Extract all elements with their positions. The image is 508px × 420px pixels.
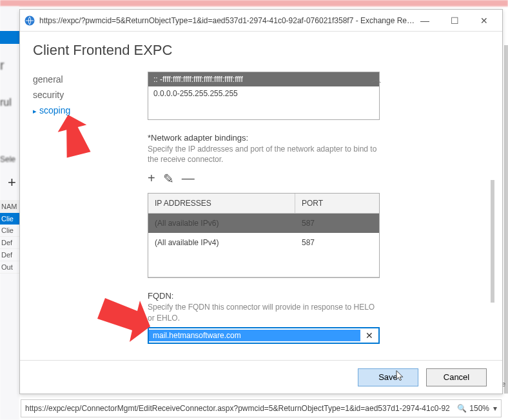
callout-arrow-nav: [50, 114, 102, 159]
list-item[interactable]: :: -ffff:ffff:ffff:ffff:ffff:ffff:ffff:f…: [148, 72, 379, 86]
cell-ip: (All available IPv6): [148, 214, 295, 233]
svg-marker-2: [97, 298, 150, 342]
titlebar: https://expc/?pwmcid=5&ReturnObjectType=…: [20, 10, 502, 32]
cell-ip: (All available IPv4): [148, 233, 295, 252]
bg-sele: Sele: [0, 155, 15, 164]
cancel-button[interactable]: Cancel: [426, 368, 487, 386]
status-url: https://expc/ecp/ConnectorMgmt/EditRecei…: [25, 404, 454, 413]
cursor-icon: [395, 370, 406, 384]
zoom-icon[interactable]: 🔍: [457, 404, 467, 413]
zoom-dropdown-icon[interactable]: ▾: [493, 404, 497, 413]
remove-icon[interactable]: —: [182, 171, 195, 186]
bindings-table: IP ADDRESSES PORT (All available IPv6) 5…: [148, 193, 380, 278]
svg-marker-1: [54, 114, 93, 158]
bg-rul: rul: [0, 97, 12, 108]
fqdn-input[interactable]: [149, 330, 360, 341]
list-item[interactable]: 0.0.0.0-255.255.255.255: [148, 86, 379, 101]
ie-icon: [24, 15, 35, 26]
content-scrollbar[interactable]: [491, 180, 494, 303]
page-title: Client Frontend EXPC: [33, 42, 489, 59]
close-button[interactable]: ✕: [475, 14, 493, 27]
bg-table: NAM Clie Clie Def Def Out: [0, 200, 19, 274]
bindings-help: Specify the IP addresses and port of the…: [148, 144, 380, 165]
right-scrollbar-bg: [504, 45, 508, 394]
dialog-footer: Save Cancel: [20, 360, 502, 394]
fqdn-help: Specify the FQDN this connector will pro…: [148, 302, 380, 323]
cell-port: 587: [295, 214, 379, 233]
table-row[interactable]: (All available IPv6) 587: [148, 214, 379, 233]
edit-icon[interactable]: ✎: [163, 171, 174, 186]
remote-ranges-listbox[interactable]: :: -ffff:ffff:ffff:ffff:ffff:ffff:ffff:f…: [148, 72, 380, 120]
bg-r: r: [0, 58, 5, 73]
cell-port: 587: [295, 233, 379, 252]
titlebar-text: https://expc/?pwmcid=5&ReturnObjectType=…: [39, 16, 416, 25]
table-row[interactable]: (All available IPv4) 587: [148, 233, 379, 252]
nav-general[interactable]: general: [33, 72, 130, 87]
callout-arrow-fqdn: [93, 290, 158, 348]
bindings-label: *Network adapter bindings:: [148, 133, 380, 143]
maximize-button[interactable]: ☐: [445, 14, 464, 27]
statusbar: https://expc/ecp/ConnectorMgmt/EditRecei…: [21, 399, 502, 417]
minimize-button[interactable]: —: [416, 14, 434, 27]
add-icon[interactable]: +: [148, 171, 155, 186]
clear-input-icon[interactable]: ✕: [360, 330, 378, 341]
dialog-window: https://expc/?pwmcid=5&ReturnObjectType=…: [19, 9, 503, 394]
zoom-level[interactable]: 150%: [469, 404, 489, 413]
nav-security[interactable]: security: [33, 87, 130, 103]
save-button[interactable]: Save: [358, 368, 418, 386]
fqdn-label: FQDN:: [148, 291, 380, 301]
col-ip-header[interactable]: IP ADDRESSES: [148, 194, 295, 213]
col-port-header[interactable]: PORT: [295, 194, 379, 213]
scroll-up-icon[interactable]: ︿: [371, 72, 382, 87]
bg-plus-icon: +: [8, 174, 16, 191]
